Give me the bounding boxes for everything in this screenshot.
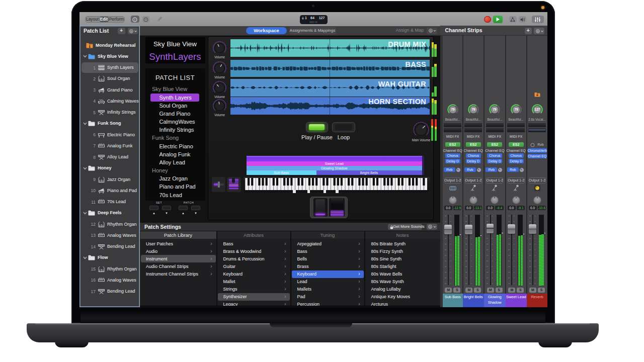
svg-text:79: 79 — [514, 108, 518, 111]
svg-text:?: ? — [145, 18, 147, 21]
svg-text:79: 79 — [451, 108, 455, 111]
svg-text:79: 79 — [471, 108, 475, 111]
svg-text:127: 127 — [534, 108, 540, 111]
svg-text:79: 79 — [493, 108, 497, 111]
